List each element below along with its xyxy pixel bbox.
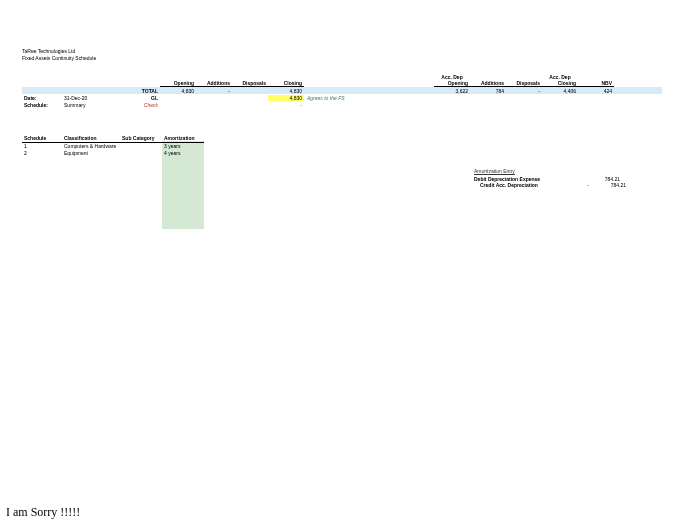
col-disposals: Disposals (232, 80, 268, 88)
sh-class: Classification (62, 135, 120, 143)
schedule-value: Summary (62, 102, 122, 109)
amort-credit-value: 784.21 (596, 182, 626, 189)
sr-class: Computers & Hardware (62, 143, 120, 150)
schedule-label: Schedule: (22, 102, 62, 109)
sr-amort: 3 years (162, 143, 204, 150)
sr-amort: 4 years (162, 150, 204, 157)
total-nbv: 424 (578, 88, 614, 95)
sr-num: 1 (22, 143, 62, 150)
col-closing: Closing (268, 80, 304, 88)
header-row: Opening Additions Disposals Closing Open… (22, 80, 662, 87)
col-additions: Additions (196, 80, 232, 88)
total-label: TOTAL (122, 88, 160, 95)
sh-schedule: Schedule (22, 135, 62, 143)
amort-credit-label: Credit Acc. Depreciation (474, 182, 580, 189)
report-title: Fixed Assets Continuity Schedule (22, 55, 662, 62)
date-label: Date: (22, 95, 62, 102)
date-value: 31-Dec-20 (62, 95, 122, 102)
sh-amort: Amortization (162, 135, 204, 143)
sr-class: Equipment (62, 150, 120, 157)
total-acc-add: 784 (470, 88, 506, 95)
amort-credit-row: Credit Acc. Depreciation - 784.21 (474, 182, 626, 189)
sh-sub: Sub Category (120, 135, 162, 143)
col-acc-open: Opening (434, 80, 470, 88)
schedule-table: Schedule Classification Sub Category Amo… (22, 135, 204, 157)
total-row: TOTAL 4,830 - 4,830 3,622 784 - 4,406 42… (22, 87, 662, 94)
col-acc-close: Closing (542, 80, 578, 88)
total-additions: - (196, 88, 232, 95)
gl-closing: 4,830 (268, 95, 304, 102)
worksheet: TaRee Technologies Ltd Fixed Assets Cont… (22, 48, 662, 108)
amort-neg-sign: - (580, 182, 596, 189)
amortization-entry: Amortization Entry Debit Depreciation Ex… (474, 168, 626, 189)
total-acc-close: 4,406 (542, 88, 578, 95)
col-acc-disp: Disposals (506, 80, 542, 88)
schedule-row: 2 Equipment 4 years (22, 150, 204, 157)
schedule-meta-row: Schedule: Summary Check - (22, 101, 662, 108)
gl-row: Date: 31-Dec-20 GL 4,830 Agrees to the F… (22, 94, 662, 101)
col-opening: Opening (160, 80, 196, 88)
fs-note: Agrees to the FS (304, 95, 434, 102)
amort-title: Amortization Entry (474, 168, 626, 175)
gl-label: GL (122, 95, 160, 102)
continuity-grid: Acc. Dep Acc. Dep Opening Additions Disp… (22, 73, 662, 108)
check-closing: - (268, 102, 304, 109)
total-opening: 4,830 (160, 88, 196, 95)
schedule-header: Schedule Classification Sub Category Amo… (22, 135, 204, 143)
total-acc-open: 3,622 (434, 88, 470, 95)
sr-num: 2 (22, 150, 62, 157)
total-acc-disp: - (506, 88, 542, 95)
check-label: Check (122, 102, 160, 109)
col-nbv: NBV (578, 80, 614, 88)
total-closing: 4,830 (268, 88, 304, 95)
sorry-caption: I am Sorry !!!!! (6, 505, 80, 520)
schedule-row: 1 Computers & Hardware 3 years (22, 143, 204, 150)
col-acc-add: Additions (470, 80, 506, 88)
